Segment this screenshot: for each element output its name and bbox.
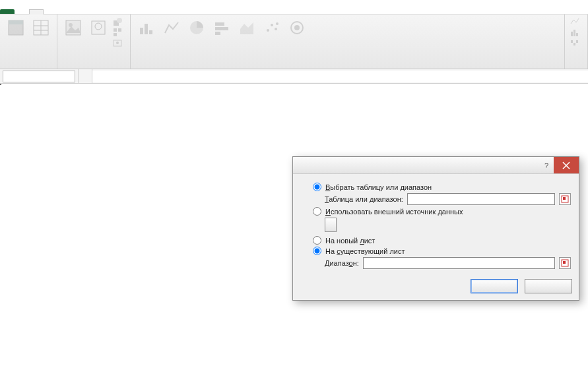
tab-file[interactable]	[0, 9, 15, 14]
svg-rect-23	[215, 32, 220, 35]
svg-point-7	[69, 23, 73, 27]
radio-existing-sheet[interactable]	[313, 247, 321, 255]
radio-external-source-label[interactable]: Использовать внешний источник данных	[325, 208, 463, 216]
svg-rect-21	[215, 22, 224, 26]
table-range-input[interactable]	[407, 193, 555, 205]
tab-review[interactable]	[87, 9, 102, 14]
svg-rect-17	[140, 28, 143, 34]
dest-range-input[interactable]	[363, 257, 555, 269]
radio-table-range[interactable]	[313, 183, 321, 191]
sparkline-column-button[interactable]	[570, 28, 582, 37]
name-box[interactable]	[3, 71, 75, 82]
scatter-chart-button[interactable]	[261, 17, 282, 40]
cancel-button[interactable]	[525, 279, 572, 293]
line-chart-button[interactable]	[161, 17, 182, 40]
ribbon-group-charts	[131, 15, 565, 69]
menu-tabs	[0, 0, 588, 15]
other-charts-button[interactable]	[286, 17, 308, 40]
svg-rect-34	[573, 43, 575, 45]
svg-rect-19	[149, 30, 152, 34]
radio-existing-sheet-label[interactable]: На существующий лист	[325, 247, 405, 255]
tab-insert[interactable]	[29, 9, 44, 15]
svg-rect-33	[571, 40, 573, 43]
screenshot-button[interactable]	[113, 38, 125, 47]
svg-point-24	[267, 29, 269, 32]
ribbon-group-tables	[0, 15, 57, 69]
ribbon-group-sparklines	[565, 15, 588, 69]
svg-point-29	[294, 25, 300, 30]
formula-bar	[0, 69, 588, 84]
clipart-button[interactable]	[88, 17, 109, 40]
dialog-help-button[interactable]: ?	[539, 162, 554, 169]
smartart-button[interactable]	[113, 28, 125, 37]
svg-rect-30	[571, 32, 573, 36]
fx-label[interactable]	[78, 69, 92, 83]
table-range-label: Таблица или диапазон:	[325, 195, 403, 203]
tab-layout[interactable]	[44, 9, 58, 14]
svg-point-27	[276, 22, 278, 25]
tab-view[interactable]	[102, 9, 116, 14]
dest-range-label: Диапазон:	[325, 259, 359, 267]
picture-button[interactable]	[63, 17, 84, 40]
svg-rect-13	[118, 28, 121, 32]
area-chart-button[interactable]	[236, 17, 257, 40]
svg-rect-14	[114, 33, 117, 36]
svg-rect-22	[215, 27, 228, 30]
bar-chart-button[interactable]	[211, 17, 232, 40]
pie-chart-button[interactable]	[186, 17, 207, 40]
sparkline-winloss-button[interactable]	[570, 38, 582, 47]
tab-data[interactable]	[73, 9, 87, 14]
radio-new-sheet[interactable]	[313, 236, 321, 245]
radio-external-source[interactable]	[313, 207, 321, 216]
shapes-button[interactable]	[113, 17, 125, 26]
range-picker-icon[interactable]	[559, 193, 571, 205]
svg-rect-31	[573, 30, 575, 36]
svg-rect-1	[9, 20, 23, 24]
svg-point-11	[117, 18, 122, 23]
svg-point-16	[116, 42, 119, 44]
histogram-button[interactable]	[136, 17, 157, 40]
svg-rect-41	[563, 261, 566, 264]
ok-button[interactable]	[471, 279, 518, 293]
dialog-close-button[interactable]	[554, 157, 579, 173]
choose-connection-button	[325, 218, 337, 232]
sparkline-line-button[interactable]	[570, 17, 582, 26]
tab-formulas[interactable]	[58, 9, 73, 14]
svg-rect-18	[145, 24, 148, 34]
dialog-titlebar[interactable]: ?	[293, 157, 579, 174]
svg-rect-35	[576, 40, 578, 43]
svg-rect-12	[114, 28, 117, 32]
create-pivot-dialog: ? Выбрать таблицу или диапазон Таблица и…	[292, 156, 579, 301]
tab-home[interactable]	[15, 9, 29, 14]
svg-point-25	[271, 24, 273, 26]
pivot-table-button[interactable]	[5, 17, 26, 40]
table-button[interactable]	[30, 17, 51, 40]
dest-range-picker-icon[interactable]	[559, 257, 571, 269]
ribbon	[0, 15, 588, 69]
formula-input[interactable]	[92, 71, 588, 82]
svg-point-26	[275, 28, 277, 30]
radio-new-sheet-label[interactable]: На новый лист	[325, 237, 375, 245]
svg-rect-39	[563, 197, 566, 200]
ribbon-group-illustrations	[57, 15, 131, 69]
svg-rect-32	[576, 33, 578, 36]
radio-table-range-label[interactable]: Выбрать таблицу или диапазон	[325, 183, 432, 191]
